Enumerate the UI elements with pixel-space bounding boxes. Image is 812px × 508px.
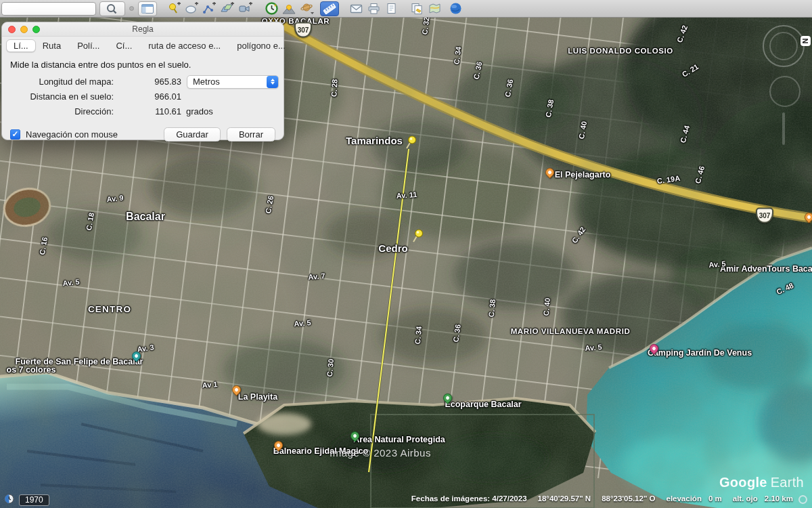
print-icon — [367, 3, 380, 14]
move-joystick[interactable] — [769, 76, 800, 107]
search-icon — [102, 3, 122, 15]
earth-globe-icon — [449, 2, 462, 15]
historical-imagery-button[interactable] — [263, 1, 280, 16]
ruler-description: Mide la distancia entre dos puntos en el… — [2, 53, 284, 74]
clear-button[interactable]: Borrar — [227, 127, 275, 142]
print-button[interactable] — [365, 1, 382, 16]
eye-alt-value: 2.10 km — [765, 494, 793, 503]
ruler-button[interactable] — [320, 1, 339, 16]
ruler-tabs: Lí... Ruta Polí... Cí... ruta de acceso … — [2, 37, 284, 53]
search-button[interactable] — [99, 1, 125, 16]
map-label: os 7 colores — [7, 365, 56, 375]
units-selected-value: Metros — [193, 77, 220, 87]
planets-button[interactable] — [298, 1, 317, 16]
imagery-year-badge[interactable]: 1970 — [19, 494, 49, 506]
elevation-value: 0 m — [708, 494, 722, 503]
tab-ruta-acceso[interactable]: ruta de acceso e... — [141, 40, 227, 51]
heading-unit: grados — [186, 106, 213, 117]
add-image-overlay-icon — [220, 2, 234, 15]
street-label: Av. 7 — [308, 272, 325, 281]
save-image-icon — [386, 3, 397, 14]
map-label: Tamarindos — [346, 135, 403, 146]
map-length-value: 965.83 — [114, 77, 181, 87]
save-image-button[interactable] — [382, 1, 400, 16]
clear-search-icon[interactable] — [129, 6, 134, 11]
save-button[interactable]: Guardar — [164, 127, 221, 142]
tab-circulo[interactable]: Cí... — [109, 40, 139, 51]
search-input[interactable] — [1, 2, 96, 16]
sidebar-toggle-button[interactable] — [138, 1, 157, 16]
map-label: Image © 2023 Airbus — [330, 447, 431, 459]
checkbox-checked-icon[interactable] — [10, 129, 20, 140]
add-placemark-icon — [167, 2, 181, 15]
toolbar — [0, 0, 812, 18]
sunlight-icon — [282, 3, 296, 15]
heading-label: Dirección: — [2, 106, 114, 117]
earth-globe-button[interactable] — [447, 1, 464, 16]
add-image-overlay-button[interactable] — [218, 1, 236, 16]
compass-north-indicator[interactable]: N — [800, 36, 811, 46]
imagery-date: Fechas de imágenes: 4/27/2023 — [411, 494, 527, 503]
sunlight-button[interactable] — [280, 1, 298, 16]
street-label: Av 1 — [202, 380, 218, 389]
longitude: 88°23'05.12" O — [602, 494, 655, 503]
street-label: C. 38 — [487, 299, 497, 317]
dialog-title: Regla — [132, 24, 153, 34]
google-earth-logo: GoogleEarth — [719, 475, 804, 490]
dialog-titlebar[interactable]: Regla — [2, 22, 284, 37]
mouse-navigation-checkbox[interactable]: Navegación con mouse — [10, 129, 118, 140]
copy-image-icon — [411, 3, 423, 14]
map-label: CENTRO — [88, 304, 131, 314]
copy-image-button[interactable] — [408, 1, 426, 16]
eye-alt-label: alt. ojo — [733, 494, 758, 503]
map-label: MARIO VILLANUEVA MADRID — [511, 327, 631, 335]
tab-linea[interactable]: Lí... — [6, 39, 36, 52]
units-select[interactable]: Metros — [187, 75, 279, 89]
record-tour-icon — [238, 2, 252, 15]
ground-distance-label: Distancia en el suelo: — [2, 91, 114, 102]
latitude: 18°40'29.57" N — [538, 494, 591, 503]
map-label[interactable]: Ecoparque Bacalar — [445, 400, 521, 409]
tab-poligono[interactable]: Polí... — [70, 40, 106, 51]
email-button[interactable] — [347, 1, 365, 16]
close-icon[interactable] — [8, 26, 16, 33]
street-label: Av. 5 — [294, 318, 311, 328]
compass-ring-inner[interactable] — [769, 32, 798, 60]
street-label: C. 40 — [542, 297, 551, 316]
tab-ruta[interactable]: Ruta — [36, 40, 68, 51]
add-polygon-icon — [185, 2, 198, 15]
streaming-indicator-icon — [798, 495, 807, 504]
map-label[interactable]: Camping Jardín De Venus — [648, 348, 752, 358]
map-label[interactable]: El Pejelagarto — [555, 170, 611, 179]
ruler-icon — [323, 3, 336, 15]
add-path-button[interactable] — [200, 1, 218, 16]
record-tour-button[interactable] — [236, 1, 254, 16]
view-in-maps-icon — [428, 3, 441, 14]
zoom-slider[interactable] — [782, 112, 785, 145]
map-length-label: Longitud del mapa: — [2, 77, 114, 87]
elevation-label: elevación — [666, 494, 701, 503]
minimize-icon[interactable] — [20, 26, 28, 33]
map-label: LUIS DONALDO COLOSIO — [568, 47, 673, 55]
tab-poligono-edificio[interactable]: polígono e... — [230, 40, 292, 51]
map-label[interactable]: La Playita — [238, 392, 277, 402]
street-label: Av. 5 — [585, 343, 602, 352]
sidebar-toggle-icon — [141, 3, 154, 14]
add-polygon-button[interactable] — [183, 1, 200, 16]
time-slider-clock-icon[interactable] — [4, 494, 14, 507]
map-label[interactable]: Amir AdvenTours Bacalar — [720, 264, 812, 274]
map-label[interactable]: Área Natural Protegida — [353, 435, 445, 444]
mouse-navigation-label: Navegación con mouse — [26, 129, 118, 140]
map-label: Bacalar — [126, 211, 165, 223]
historical-imagery-icon — [265, 2, 278, 15]
select-stepper-icon — [267, 76, 278, 88]
ruler-dialog: Regla Lí... Ruta Polí... Cí... ruta de a… — [1, 22, 284, 140]
street-label: C. 34 — [413, 326, 423, 344]
street-label: Av. 11 — [396, 190, 417, 200]
street-label: C. 28 — [330, 79, 338, 98]
view-in-maps-button[interactable] — [426, 1, 443, 16]
add-path-icon — [202, 2, 216, 15]
add-placemark-button[interactable] — [165, 1, 183, 16]
ground-distance-value: 966.01 — [114, 91, 181, 102]
zoom-window-icon[interactable] — [32, 26, 40, 33]
